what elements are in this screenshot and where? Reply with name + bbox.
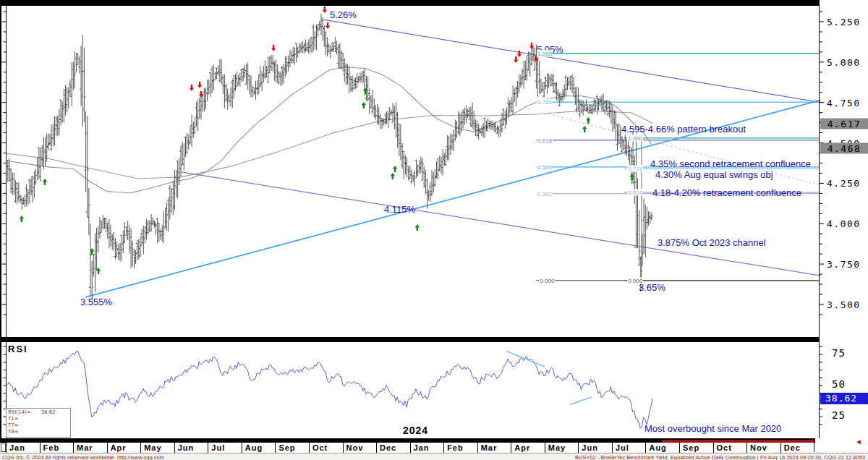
month-axis[interactable]: JanFebMarAprMayJunJulAugSepOctNovDecJanF… — [0, 443, 868, 453]
ma-value-box: 4.468 — [820, 142, 868, 153]
copyright-text: CQG Inc. © 2024 All rights reserved worl… — [2, 454, 164, 460]
buy-signal-arrow-icon — [363, 88, 367, 94]
month-label: Mar — [73, 443, 107, 453]
rsi-legend-row: T8= — [8, 429, 69, 435]
month-label: Oct — [309, 443, 343, 453]
price-axis-label: 3.500 — [827, 299, 861, 310]
sell-signal-arrow-icon — [514, 56, 518, 63]
status-bar: CQG Inc. © 2024 All rights reserved worl… — [0, 453, 868, 460]
chart-annotation[interactable]: 4.30% Aug equal swings obj — [655, 169, 773, 180]
fib-level-label: 0.786 — [537, 99, 553, 106]
chart-annotation[interactable]: 4.115% — [384, 204, 415, 215]
fib-level-label: 0.000 — [539, 277, 555, 284]
buy-signal-arrow-icon — [393, 166, 397, 172]
month-label: Jul — [612, 443, 646, 453]
fib-level-label: 0.382 — [537, 190, 553, 197]
price-axis-label: 4.250 — [827, 178, 861, 189]
month-label: Sep — [679, 443, 713, 453]
chart-annotation[interactable]: 4.35% second retracement confluence — [650, 158, 811, 169]
month-label: Nov — [746, 443, 780, 453]
fib-level-label: 0.618 — [537, 137, 553, 143]
price-axis-label: 3.750 — [827, 259, 861, 270]
rsi-axis-label: 25 — [832, 409, 846, 421]
chart-annotation[interactable]: 4.595-4.66% pattern breakout — [621, 124, 746, 135]
month-label: Aug — [645, 443, 679, 453]
rsi-axis-label: 75 — [832, 347, 846, 359]
sell-signal-arrow-icon — [190, 85, 194, 91]
buy-signal-arrow-icon — [582, 126, 587, 132]
rsi-trendline-segment[interactable] — [570, 397, 592, 404]
month-axis-end-divider — [814, 443, 814, 452]
buy-signal-arrow-icon — [391, 173, 395, 179]
buy-signal-arrow-icon — [43, 179, 47, 185]
rsi-legend-row: T7= — [8, 422, 69, 429]
top-border-bar — [0, 0, 820, 6]
chart-annotation[interactable]: 3.555% — [80, 297, 112, 307]
sell-signal-arrow-icon — [323, 7, 327, 13]
ma-value-box: 4.617 — [820, 119, 868, 129]
sell-signal-arrow-icon — [271, 45, 276, 51]
price-axis-label: 5.250 — [827, 17, 861, 27]
month-label: Dec — [376, 443, 410, 453]
month-label: Nov — [343, 443, 377, 453]
chart-graphics — [0, 0, 868, 460]
cqg-chart-window: { "status_bar": { "left": "CQG Inc. © 20… — [0, 0, 868, 460]
buy-signal-arrow-icon — [20, 216, 24, 222]
fib-level-label: 1.000 — [537, 51, 553, 57]
rsi-study-title: RSI — [8, 344, 28, 354]
month-label: Jan — [6, 443, 40, 453]
chart-annotation[interactable]: 4.18-4.20% retracement confluence — [652, 187, 801, 198]
rsi-legend-row: RSI(14)=38.62 — [8, 409, 69, 416]
buy-signal-arrow-icon — [362, 102, 366, 108]
price-axis-label: 5.000 — [827, 56, 861, 67]
rsi-line — [7, 352, 652, 429]
fib-level-label: 0.000 — [627, 277, 643, 284]
buy-signal-arrow-icon — [586, 117, 590, 124]
month-label: Aug — [242, 443, 276, 453]
month-label: Jun — [578, 443, 612, 453]
month-label: Mar — [477, 443, 511, 453]
month-label: Sep — [275, 443, 309, 453]
fib-level-label: 0.500 — [537, 163, 553, 170]
contract-info-text: BUSY02 - BrokerTec Benchmark Yield, Equa… — [575, 454, 865, 460]
month-label: Jul — [208, 443, 242, 453]
month-label: Feb — [443, 443, 477, 453]
fib-level-label: 0.786 — [627, 166, 643, 172]
fib-level-label: 1.000 — [627, 135, 643, 141]
sell-signal-arrow-icon — [197, 82, 202, 88]
month-label: Jun — [174, 443, 208, 453]
buy-signal-arrow-icon — [630, 174, 634, 180]
sell-signal-arrow-icon — [326, 22, 330, 29]
axes — [2, 6, 825, 438]
price-bars — [7, 14, 653, 300]
chart-annotation[interactable]: Most overbought since Mar 2020 — [644, 423, 781, 434]
rsi-axis-label: 50 — [832, 378, 846, 390]
month-label: Apr — [107, 443, 141, 453]
panel-separator-bar — [0, 337, 820, 342]
price-axis-label: 4.000 — [827, 218, 861, 229]
month-label: Oct — [713, 443, 747, 453]
month-label: May — [140, 443, 174, 453]
ma-slow-line — [6, 111, 652, 179]
rsi-legend-box: RSI(14)=38.62T1=T7=T8= — [6, 408, 71, 438]
left-border — [0, 0, 1, 443]
buy-signal-arrow-icon — [415, 224, 420, 231]
scroll-left-icon[interactable]: ◄ — [855, 438, 862, 446]
chart-annotation[interactable]: 3.875% Oct 2023 channel — [658, 237, 766, 248]
year-label: 2024 — [403, 425, 428, 436]
month-label: May — [545, 443, 579, 453]
axis-corner-box — [1, 443, 6, 452]
month-label: Feb — [40, 443, 74, 453]
price-axis-label: 4.750 — [827, 97, 861, 108]
rsi-legend-row: T1= — [8, 416, 69, 422]
fib-level-label: 0.618 — [627, 189, 643, 196]
rsi-trendline-segment[interactable] — [506, 351, 545, 367]
rsi-value-box: 38.62 — [820, 393, 868, 404]
month-label: Dec — [780, 443, 814, 453]
month-label: Jan — [410, 443, 444, 453]
month-label: Apr — [511, 443, 545, 453]
chart-annotation[interactable]: 5.26% — [330, 9, 357, 20]
